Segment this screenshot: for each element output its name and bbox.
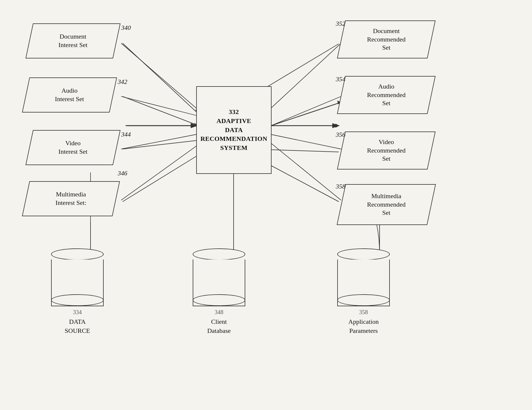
svg-line-19	[121, 43, 196, 108]
video-recommended-set-label: VideoRecommendedSet	[367, 138, 406, 163]
svg-line-5	[123, 140, 199, 149]
ref-342: 342	[118, 78, 127, 86]
application-parameters-cylinder: 358 ApplicationParameters	[337, 248, 390, 335]
ref-346: 346	[118, 169, 127, 177]
document-interest-set: DocumentInterest Set	[25, 23, 121, 58]
svg-marker-30	[335, 124, 339, 128]
audio-interest-set: AudioInterest Set	[22, 77, 117, 113]
svg-line-2	[123, 96, 199, 126]
multimedia-recommended-set: MultimediaRecommendedSet	[337, 184, 436, 225]
multimedia-interest-set: MultimediaInterest Set:	[22, 181, 120, 216]
svg-line-26	[271, 143, 341, 200]
multimedia-interest-set-label: MultimediaInterest Set:	[55, 190, 86, 207]
audio-interest-set-label: AudioInterest Set	[55, 87, 84, 103]
video-recommended-set: VideoRecommendedSet	[337, 132, 436, 169]
document-recommended-set-label: DocumentRecommendedSet	[367, 27, 406, 52]
client-database-label: 348 ClientDatabase	[207, 308, 231, 335]
video-interest-set-label: VideoInterest Set	[58, 139, 88, 156]
document-recommended-set: DocumentRecommendedSet	[337, 20, 436, 58]
application-parameters-label: 358 ApplicationParameters	[348, 308, 379, 335]
video-interest-set: VideoInterest Set	[25, 130, 121, 165]
ref-340: 340	[121, 24, 131, 32]
audio-recommended-set: AudioRecommendedSet	[337, 76, 436, 114]
client-database-cylinder: 348 ClientDatabase	[193, 248, 245, 335]
svg-line-22	[121, 146, 196, 200]
svg-line-20	[121, 96, 196, 115]
svg-line-21	[121, 134, 196, 149]
document-interest-set-label: DocumentInterest Set	[58, 32, 88, 49]
center-system-box: 332ADAPTIVEDATARECOMMENDATIONSYSTEM	[196, 86, 272, 174]
ref-356: 356	[336, 131, 345, 139]
ref-344: 344	[121, 131, 131, 138]
svg-line-23	[271, 43, 341, 108]
ref-354: 354	[336, 75, 345, 83]
svg-line-17	[271, 102, 341, 126]
svg-line-24	[271, 96, 341, 126]
audio-recommended-set-label: AudioRecommendedSet	[367, 82, 406, 108]
data-source-label: 334 DATASOURCE	[65, 308, 90, 335]
svg-line-25	[271, 134, 341, 149]
diagram-container: DocumentInterest Set 340 AudioInterest S…	[0, 0, 532, 410]
ref-358-rec: 358	[336, 183, 345, 190]
ref-352: 352	[336, 20, 345, 27]
svg-marker-16	[193, 124, 196, 127]
svg-marker-28	[191, 124, 195, 128]
multimedia-recommended-set-label: MultimediaRecommendedSet	[367, 192, 406, 217]
data-source-cylinder: 334 DATASOURCE	[51, 248, 104, 335]
center-system-label: 332ADAPTIVEDATARECOMMENDATIONSYSTEM	[200, 108, 267, 153]
svg-line-0	[123, 43, 199, 114]
svg-line-6	[123, 155, 199, 202]
